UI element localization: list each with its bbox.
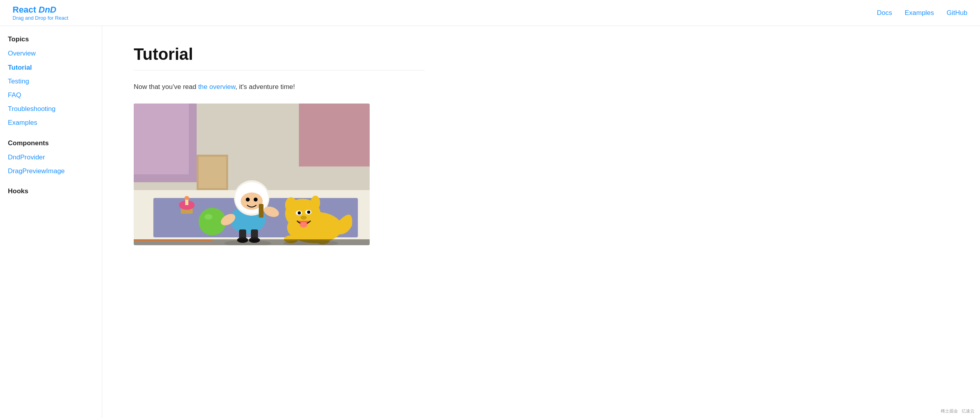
page-layout: Topics Overview Tutorial Testing FAQ Tro… — [0, 26, 980, 418]
svg-rect-44 — [134, 239, 212, 240]
svg-point-15 — [204, 214, 212, 220]
svg-point-13 — [184, 196, 189, 200]
svg-rect-3 — [134, 104, 189, 174]
logo[interactable]: React DnD Drag and Drop for React — [13, 5, 68, 21]
sidebar-item-dragpreviewimage[interactable]: DragPreviewImage — [8, 164, 94, 178]
logo-subtitle: Drag and Drop for React — [13, 15, 68, 21]
intro-text-before: Now that you've read — [134, 83, 198, 91]
title-divider — [134, 70, 425, 70]
svg-point-20 — [246, 198, 250, 202]
svg-point-37 — [300, 216, 307, 220]
intro-text-after: , it's adventure time! — [235, 83, 295, 91]
svg-point-36 — [307, 211, 310, 214]
sidebar-item-testing[interactable]: Testing — [8, 74, 94, 88]
header-nav: Docs Examples GitHub — [877, 9, 967, 17]
intro-paragraph: Now that you've read the overview, it's … — [134, 81, 425, 92]
sidebar-components-heading: Components — [8, 139, 94, 147]
svg-point-35 — [298, 211, 301, 215]
svg-rect-4 — [299, 104, 370, 166]
logo-title: React DnD — [13, 5, 68, 15]
svg-rect-28 — [259, 204, 263, 218]
sidebar-item-tutorial[interactable]: Tutorial — [8, 61, 94, 74]
svg-point-32 — [311, 196, 320, 210]
watermark: 稀土掘金 亿速云 — [938, 407, 977, 415]
sidebar-section-hooks: Hooks — [8, 187, 94, 195]
tutorial-image — [134, 104, 370, 245]
sidebar-item-examples[interactable]: Examples — [8, 116, 94, 129]
sidebar-item-dndprovider[interactable]: DndProvider — [8, 150, 94, 164]
page-title: Tutorial — [134, 45, 425, 64]
sidebar-section-components: Components DndProvider DragPreviewImage — [8, 139, 94, 178]
sidebar-hooks-heading: Hooks — [8, 187, 94, 195]
nav-examples-link[interactable]: Examples — [904, 9, 934, 17]
nav-docs-link[interactable]: Docs — [877, 9, 892, 17]
sidebar-item-overview[interactable]: Overview — [8, 46, 94, 60]
site-header: React DnD Drag and Drop for React Docs E… — [0, 0, 980, 26]
sidebar-item-faq[interactable]: FAQ — [8, 88, 94, 102]
sidebar: Topics Overview Tutorial Testing FAQ Tro… — [0, 26, 102, 418]
main-content: Tutorial Now that you've read the overvi… — [102, 26, 456, 418]
svg-point-21 — [254, 198, 258, 202]
sidebar-item-troubleshooting[interactable]: Troubleshooting — [8, 102, 94, 116]
svg-rect-9 — [199, 157, 226, 188]
nav-github-link[interactable]: GitHub — [947, 9, 967, 17]
overview-link[interactable]: the overview — [198, 83, 236, 91]
sidebar-topics-heading: Topics — [8, 35, 94, 43]
svg-point-31 — [285, 197, 297, 213]
sidebar-section-topics: Topics Overview Tutorial Testing FAQ Tro… — [8, 35, 94, 129]
svg-point-38 — [300, 222, 308, 227]
